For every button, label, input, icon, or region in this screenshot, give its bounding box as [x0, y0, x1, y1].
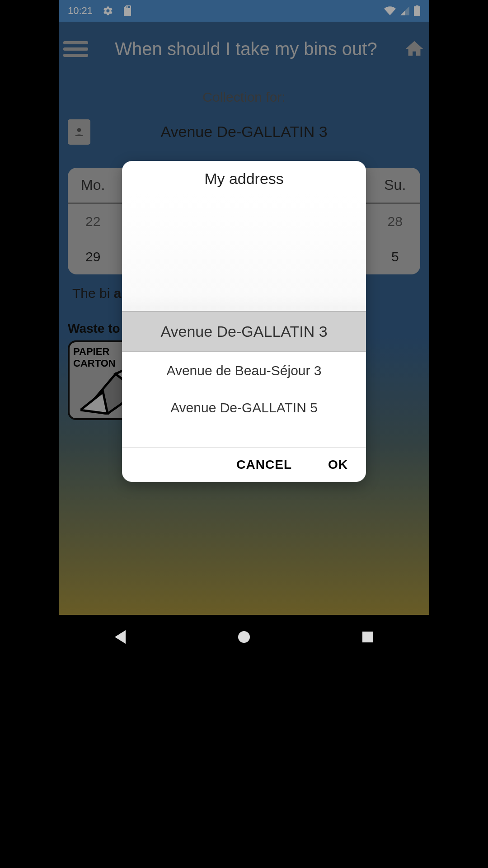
nav-back-icon[interactable] — [115, 630, 126, 644]
nav-recent-icon[interactable] — [362, 632, 373, 642]
picker-option[interactable]: Avenue De-GALLATIN 5 — [122, 389, 366, 426]
picker-option-selected[interactable]: Avenue De-GALLATIN 3 — [122, 311, 366, 352]
address-picker[interactable]: Avenue De-GALLATIN 3 Avenue de Beau-Séjo… — [122, 194, 366, 448]
cancel-button[interactable]: CANCEL — [236, 458, 292, 472]
dialog-title: My address — [122, 161, 366, 194]
system-nav-bar — [59, 615, 429, 659]
picker-option[interactable]: Avenue de Beau-Séjour 3 — [122, 352, 366, 389]
address-picker-dialog: My address Avenue De-GALLATIN 3 Avenue d… — [122, 161, 366, 482]
ok-button[interactable]: OK — [328, 458, 348, 472]
nav-home-icon[interactable] — [238, 631, 250, 643]
